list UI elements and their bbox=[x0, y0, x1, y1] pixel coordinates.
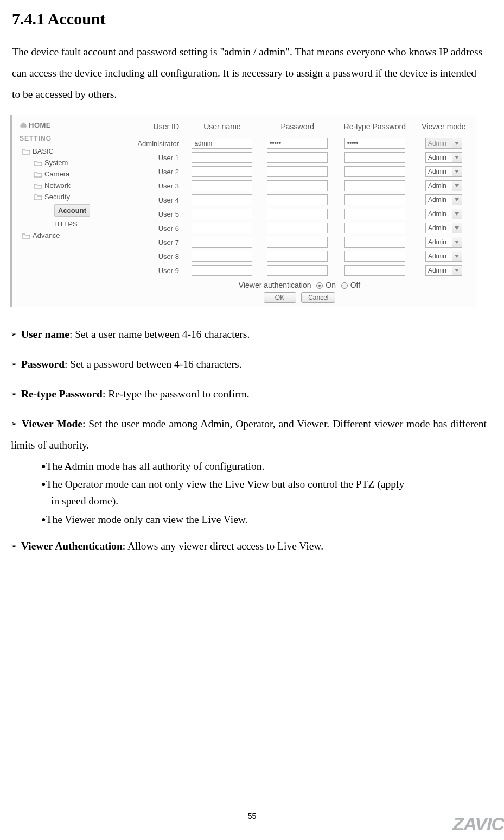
retype-input[interactable] bbox=[344, 251, 405, 262]
password-input[interactable] bbox=[267, 180, 328, 191]
viewer-mode-label: Admin bbox=[426, 266, 452, 275]
password-input[interactable] bbox=[267, 152, 328, 163]
admin-retype-input[interactable] bbox=[344, 138, 405, 149]
sidebar-network-label: Network bbox=[44, 181, 71, 190]
username-input[interactable] bbox=[192, 180, 252, 191]
row-label: User 5 bbox=[126, 207, 184, 221]
ok-button[interactable]: OK bbox=[264, 292, 296, 303]
chevron-down-icon bbox=[452, 223, 462, 233]
username-input[interactable] bbox=[192, 194, 252, 205]
viewer-mode-label: Admin bbox=[426, 209, 452, 219]
table-row: User 8 Admin bbox=[126, 249, 473, 263]
sidebar-camera-label: Camera bbox=[44, 170, 69, 178]
table-row: User 7 Admin bbox=[126, 235, 473, 249]
row-label: User 2 bbox=[126, 165, 184, 179]
row-label: User 1 bbox=[126, 150, 184, 165]
bullet-viewer-auth: ➢ Viewer Authentication: Allows any view… bbox=[11, 535, 487, 557]
password-input[interactable] bbox=[267, 265, 328, 276]
sidebar-item-https[interactable]: HTTPS bbox=[20, 218, 117, 230]
radio-off[interactable] bbox=[341, 282, 348, 289]
retype-input[interactable] bbox=[344, 223, 405, 233]
username-input[interactable] bbox=[192, 152, 252, 163]
viewer-mode-select[interactable]: Admin bbox=[425, 152, 462, 163]
retype-input[interactable] bbox=[344, 180, 405, 191]
viewer-mode-select[interactable]: Admin bbox=[425, 180, 462, 191]
password-input[interactable] bbox=[267, 223, 328, 233]
radio-off-label: Off bbox=[350, 281, 360, 289]
sidebar-account-label: Account bbox=[54, 204, 90, 217]
bullet-viewer-mode: ➢ Viewer Mode: Set the user mode among A… bbox=[11, 413, 487, 456]
brand-watermark: ZAVIC bbox=[423, 813, 504, 835]
viewer-mode-select[interactable]: Admin bbox=[425, 265, 462, 276]
folder-icon bbox=[34, 170, 42, 178]
row-label: Administrator bbox=[126, 136, 184, 150]
retype-input[interactable] bbox=[344, 237, 405, 248]
triangle-bullet-icon: ➢ bbox=[11, 390, 17, 398]
viewer-mode-label: Admin bbox=[426, 153, 452, 162]
sidebar-item-network[interactable]: Network bbox=[20, 180, 117, 191]
sidebar-item-account[interactable]: Account bbox=[20, 203, 117, 218]
sub-text-cont: in speed dome). bbox=[51, 492, 487, 509]
sidebar-advance-label: Advance bbox=[33, 231, 60, 239]
bullet-label: Viewer Authentication bbox=[21, 540, 123, 552]
radio-on-label: On bbox=[326, 281, 336, 289]
retype-input[interactable] bbox=[344, 152, 405, 163]
viewer-mode-select[interactable]: Admin bbox=[425, 251, 462, 262]
viewer-mode-select[interactable]: Admin bbox=[425, 166, 462, 177]
intro-paragraph: The device fault account and password se… bbox=[12, 41, 487, 105]
bullet-text: : Allows any viewer direct access to Liv… bbox=[123, 540, 323, 552]
viewer-mode-select[interactable]: Admin bbox=[425, 209, 462, 219]
sidebar-item-advance[interactable]: Advance bbox=[20, 230, 117, 241]
password-input[interactable] bbox=[267, 209, 328, 219]
retype-input[interactable] bbox=[344, 209, 405, 219]
username-input[interactable] bbox=[192, 166, 252, 177]
folder-open-icon bbox=[34, 193, 42, 201]
bullet-label: Password bbox=[21, 358, 65, 370]
sidebar-item-system[interactable]: System bbox=[20, 157, 117, 168]
viewer-mode-label: Admin bbox=[426, 195, 452, 205]
col-username: User name bbox=[184, 119, 260, 136]
viewer-mode-select[interactable]: Admin bbox=[425, 223, 462, 233]
table-header-row: User ID User name Password Re-type Passw… bbox=[126, 119, 473, 136]
username-input[interactable] bbox=[192, 209, 252, 219]
chevron-down-icon bbox=[452, 237, 462, 247]
bullet-text: : Set a password between 4-16 characters… bbox=[65, 358, 242, 370]
viewer-mode-select[interactable]: Admin bbox=[425, 194, 462, 205]
chevron-down-icon bbox=[452, 209, 462, 219]
password-input[interactable] bbox=[267, 251, 328, 262]
password-input[interactable] bbox=[267, 166, 328, 177]
row-label: User 9 bbox=[126, 263, 184, 277]
admin-password-input[interactable] bbox=[267, 138, 328, 149]
bullet-text: : Set a user name between 4-16 character… bbox=[69, 329, 250, 340]
password-input[interactable] bbox=[267, 237, 328, 248]
table-row: User 5 Admin bbox=[126, 207, 473, 221]
retype-input[interactable] bbox=[344, 194, 405, 205]
cancel-button[interactable]: Cancel bbox=[301, 292, 335, 303]
col-password: Password bbox=[260, 119, 335, 136]
triangle-bullet-icon: ➢ bbox=[11, 420, 17, 428]
row-label: User 6 bbox=[126, 221, 184, 235]
sidebar-item-basic[interactable]: BASIC bbox=[20, 146, 117, 157]
username-input[interactable] bbox=[192, 251, 252, 262]
sub-bullet-admin: ●The Admin mode has all authority of con… bbox=[41, 458, 487, 475]
sidebar-system-label: System bbox=[44, 159, 68, 167]
triangle-bullet-icon: ➢ bbox=[11, 330, 17, 338]
retype-input[interactable] bbox=[344, 265, 405, 276]
sidebar-item-security[interactable]: Security bbox=[20, 191, 117, 203]
table-row: User 2 Admin bbox=[126, 165, 473, 179]
viewer-authentication: Viewer authentication On Off bbox=[126, 277, 473, 289]
viewer-mode-label: Admin bbox=[426, 167, 452, 176]
viewer-mode-select[interactable]: Admin bbox=[425, 237, 462, 248]
password-input[interactable] bbox=[267, 194, 328, 205]
sidebar-item-camera[interactable]: Camera bbox=[20, 168, 117, 180]
chevron-down-icon bbox=[452, 266, 462, 275]
username-input[interactable] bbox=[192, 237, 252, 248]
folder-icon bbox=[34, 182, 42, 190]
row-label: User 4 bbox=[126, 193, 184, 207]
sidebar-home[interactable]: HOME bbox=[20, 119, 117, 135]
username-input[interactable] bbox=[192, 223, 252, 233]
retype-input[interactable] bbox=[344, 166, 405, 177]
radio-on[interactable] bbox=[316, 282, 323, 289]
username-input[interactable] bbox=[192, 265, 252, 276]
admin-username-input[interactable] bbox=[192, 138, 252, 149]
